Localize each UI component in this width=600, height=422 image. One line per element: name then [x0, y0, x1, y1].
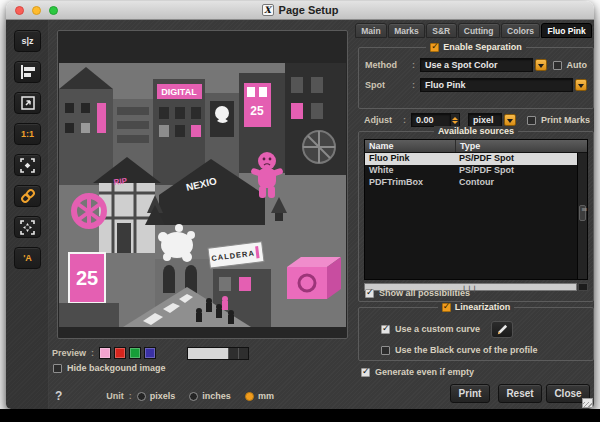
- preview-swatch-green[interactable]: [129, 347, 141, 359]
- separator: :: [412, 60, 415, 70]
- edit-curve-button[interactable]: [491, 321, 513, 338]
- black-curve-row[interactable]: Use the Black curve of the profile: [381, 344, 538, 356]
- table-row-pdftrimbox[interactable]: PDFTrimBox Contour: [365, 177, 587, 189]
- density-light-segment: [188, 348, 228, 359]
- zoom-window-button[interactable]: [49, 6, 58, 15]
- hide-background-checkbox[interactable]: [53, 364, 62, 373]
- generate-empty-checkbox[interactable]: [361, 368, 370, 377]
- minimize-window-button[interactable]: [32, 6, 41, 15]
- show-all-checkbox[interactable]: [365, 289, 374, 298]
- separator: :: [91, 348, 94, 358]
- show-all-row[interactable]: Show all possibilities: [365, 288, 470, 298]
- method-dropdown[interactable]: Use a Spot Color: [420, 58, 533, 72]
- print-marks-label: Print Marks: [541, 115, 590, 125]
- enable-separation-label: Enable Separation: [443, 42, 522, 52]
- adjust-spinner[interactable]: [451, 113, 460, 127]
- black-curve-checkbox[interactable]: [381, 346, 390, 355]
- unit-option-pixels[interactable]: pixels: [137, 391, 176, 401]
- tab-marks[interactable]: Marks: [388, 23, 425, 38]
- preview-swatch-red[interactable]: [114, 347, 126, 359]
- resize-grip[interactable]: [582, 398, 593, 408]
- linearization-checkbox[interactable]: [442, 303, 451, 312]
- auto-checkbox-row[interactable]: Auto: [553, 60, 588, 70]
- available-sources-group: Available sources Name Type Fluo Pink PS…: [358, 131, 594, 302]
- expand-icon: [20, 220, 35, 235]
- mirror-tool-button[interactable]: s|z: [14, 30, 41, 52]
- mm-label: mm: [258, 391, 274, 401]
- linearization-label: Linearization: [455, 302, 511, 312]
- auto-checkbox[interactable]: [553, 61, 562, 70]
- adjust-unit-dropdown-arrow-icon[interactable]: [504, 114, 516, 126]
- expand-tool-button[interactable]: [14, 216, 41, 238]
- density-preview-bar[interactable]: [187, 347, 249, 360]
- unit-option-mm[interactable]: mm: [245, 391, 274, 401]
- column-type[interactable]: Type: [455, 140, 587, 152]
- x11-app-icon: X: [262, 4, 274, 16]
- crop-marks-tool-button[interactable]: [14, 154, 41, 176]
- artwork-illustration: DIGITAL 25: [59, 63, 346, 327]
- separation-group: Enable Separation Method : Use a Spot Co…: [358, 47, 594, 109]
- sources-table[interactable]: Name Type Fluo Pink PS/PDF Spot White PS…: [364, 139, 588, 280]
- align-left-tool-button[interactable]: [14, 61, 41, 83]
- unit-option-inches[interactable]: inches: [189, 391, 231, 401]
- table-row-fluo-pink[interactable]: Fluo Pink PS/PDF Spot: [365, 153, 587, 165]
- vertical-scrollbar-thumb[interactable]: [579, 205, 586, 221]
- generate-row[interactable]: Generate even if empty: [361, 367, 474, 377]
- inches-label: inches: [202, 391, 231, 401]
- print-marks-row[interactable]: Print Marks: [527, 115, 590, 125]
- adjust-value-input[interactable]: 0.00: [411, 113, 451, 127]
- preview-swatch-blue[interactable]: [144, 347, 156, 359]
- preview-swatch-pink[interactable]: [99, 347, 111, 359]
- adjust-label: Adjust: [364, 115, 398, 125]
- page-setup-window: X Page Setup s|z: [6, 1, 594, 409]
- cell-name: PDFTrimBox: [365, 177, 455, 189]
- column-name[interactable]: Name: [365, 140, 455, 152]
- print-marks-checkbox[interactable]: [527, 116, 536, 125]
- pixels-radio[interactable]: [137, 392, 146, 401]
- method-label: Method: [365, 60, 407, 70]
- tool-sidebar: s|z 1:1: [6, 20, 49, 409]
- export-view-tool-button[interactable]: [14, 92, 41, 114]
- svg-text:DIGITAL: DIGITAL: [161, 87, 197, 97]
- print-button[interactable]: Print: [450, 384, 490, 403]
- tab-colors[interactable]: Colors: [501, 23, 540, 38]
- show-all-label: Show all possibilities: [379, 288, 470, 298]
- tab-cutting[interactable]: Cutting: [458, 23, 500, 38]
- cell-name: Fluo Pink: [365, 153, 455, 165]
- separator: :: [403, 115, 406, 125]
- close-window-button[interactable]: [15, 6, 24, 15]
- tab-sr[interactable]: S&R: [426, 23, 456, 38]
- tab-main[interactable]: Main: [355, 23, 387, 38]
- hide-background-checkbox-row[interactable]: Hide backgound image: [53, 363, 166, 373]
- reset-button[interactable]: Reset: [498, 384, 542, 403]
- hide-background-label: Hide backgound image: [67, 363, 166, 373]
- custom-curve-row[interactable]: Use a custom curve: [381, 320, 513, 338]
- annotation-tool-button[interactable]: 'A: [14, 247, 41, 269]
- spot-dropdown-arrow-icon[interactable]: [575, 79, 587, 91]
- scrollbar-corner: [578, 283, 588, 291]
- inches-radio[interactable]: [189, 392, 198, 401]
- cell-type: PS/PDF Spot: [455, 165, 587, 177]
- vertical-scrollbar[interactable]: [577, 153, 587, 279]
- svg-text:25: 25: [250, 104, 264, 118]
- annotation-icon: 'A: [23, 253, 32, 263]
- spot-dropdown[interactable]: Fluo Pink: [420, 78, 573, 92]
- dialog-content: s|z 1:1: [6, 20, 594, 409]
- align-left-icon: [20, 65, 36, 79]
- method-dropdown-arrow-icon[interactable]: [535, 59, 547, 71]
- custom-curve-checkbox[interactable]: [381, 325, 390, 334]
- page-preview[interactable]: DIGITAL 25: [57, 30, 348, 339]
- help-icon[interactable]: ?: [55, 389, 62, 403]
- available-sources-label: Available sources: [438, 126, 514, 136]
- link-tool-button[interactable]: [14, 185, 41, 207]
- one-to-one-icon: 1:1: [21, 129, 34, 139]
- separator: :: [412, 80, 415, 90]
- sources-table-header: Name Type: [365, 140, 587, 153]
- cell-type: Contour: [455, 177, 587, 189]
- enable-separation-checkbox[interactable]: [430, 43, 439, 52]
- zoom-1-1-tool-button[interactable]: 1:1: [14, 123, 41, 145]
- tab-fluo-pink[interactable]: Fluo Pink: [541, 23, 592, 38]
- table-row-white[interactable]: White PS/PDF Spot: [365, 165, 587, 177]
- mm-radio[interactable]: [245, 392, 254, 401]
- adjust-unit-dropdown[interactable]: pixel: [468, 113, 502, 127]
